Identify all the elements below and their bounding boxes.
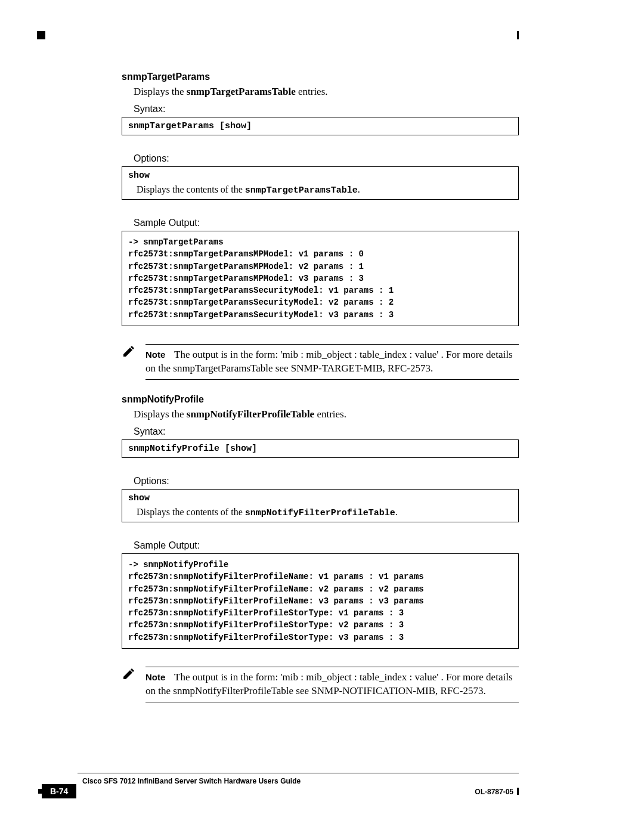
options-box: showDisplays the contents of the snmpTar… — [122, 166, 519, 200]
section-heading: snmpNotifyProfile — [122, 394, 519, 405]
sample-output-line: -> snmpTargetParams — [128, 236, 512, 248]
syntax-box: snmpTargetParams [show] — [122, 117, 519, 135]
sample-output-line: -> snmpNotifyProfile — [128, 559, 512, 571]
page: snmpTargetParamsDisplays the snmpTargetP… — [0, 0, 644, 833]
sample-output-line: rfc2573t:snmpTargetParamsSecurityModel: … — [128, 284, 512, 296]
sample-output-line: rfc2573t:snmpTargetParamsMPModel: v3 par… — [128, 272, 512, 284]
note-block: NoteThe output is in the form: 'mib : mi… — [122, 344, 519, 380]
note-block: NoteThe output is in the form: 'mib : mi… — [122, 667, 519, 702]
syntax-label: Syntax: — [134, 104, 519, 114]
sample-output-label: Sample Output: — [134, 540, 519, 551]
syntax-box: snmpNotifyProfile [show] — [122, 439, 519, 458]
section-description: Displays the snmpNotifyFilterProfileTabl… — [134, 408, 519, 420]
sample-output-line: rfc2573n:snmpNotifyFilterProfileStorType… — [128, 619, 512, 631]
section-description: Displays the snmpTargetParamsTable entri… — [134, 86, 519, 98]
option-name: show — [128, 171, 512, 181]
note-label: Note — [145, 349, 174, 361]
sample-output-box: -> snmpTargetParamsrfc2573t:snmpTargetPa… — [122, 231, 519, 326]
option-name: show — [128, 493, 512, 503]
syntax-command: snmpTargetParams [show] — [128, 121, 512, 131]
sample-output-label: Sample Output: — [134, 218, 519, 228]
option-description: Displays the contents of the snmpNotifyF… — [137, 507, 512, 518]
sample-output-line: rfc2573t:snmpTargetParamsSecurityModel: … — [128, 309, 512, 321]
page-content: snmpTargetParamsDisplays the snmpTargetP… — [122, 30, 519, 702]
option-description: Displays the contents of the snmpTargetP… — [137, 184, 512, 196]
sample-output-line: rfc2573n:snmpNotifyFilterProfileStorType… — [128, 631, 512, 643]
sample-output-line: rfc2573n:snmpNotifyFilterProfileName: v1… — [128, 571, 512, 583]
syntax-label: Syntax: — [134, 426, 519, 437]
sample-output-line: rfc2573t:snmpTargetParamsMPModel: v2 par… — [128, 261, 512, 272]
options-box: showDisplays the contents of the snmpNot… — [122, 489, 519, 522]
note-label: Note — [145, 671, 174, 683]
note-body: NoteThe output is in the form: 'mib : mi… — [145, 667, 519, 702]
crop-mark-right — [517, 31, 519, 39]
pencil-icon — [122, 344, 138, 361]
page-number-tab: B-74 — [42, 784, 76, 798]
sample-output-line: rfc2573n:snmpNotifyFilterProfileStorType… — [128, 607, 512, 619]
sample-output-line: rfc2573n:snmpNotifyFilterProfileName: v3… — [128, 595, 512, 607]
footer-title: Cisco SFS 7012 InfiniBand Server Switch … — [82, 777, 301, 785]
note-body: NoteThe output is in the form: 'mib : mi… — [145, 344, 519, 380]
document-id: OL-8787-05 — [475, 788, 519, 796]
section-heading: snmpTargetParams — [122, 72, 519, 82]
sample-output-line: rfc2573t:snmpTargetParamsMPModel: v1 par… — [128, 248, 512, 260]
sample-output-line: rfc2573n:snmpNotifyFilterProfileName: v2… — [128, 583, 512, 595]
sample-output-line: rfc2573t:snmpTargetParamsSecurityModel: … — [128, 296, 512, 308]
options-label: Options: — [134, 476, 519, 487]
sample-output-box: -> snmpNotifyProfilerfc2573n:snmpNotifyF… — [122, 553, 519, 649]
syntax-command: snmpNotifyProfile [show] — [128, 444, 512, 454]
footer-rule — [78, 773, 519, 773]
note-text: The output is in the form: 'mib : mib_ob… — [145, 671, 513, 696]
pencil-icon — [122, 667, 138, 683]
note-text: The output is in the form: 'mib : mib_ob… — [145, 349, 513, 374]
options-label: Options: — [134, 153, 519, 164]
